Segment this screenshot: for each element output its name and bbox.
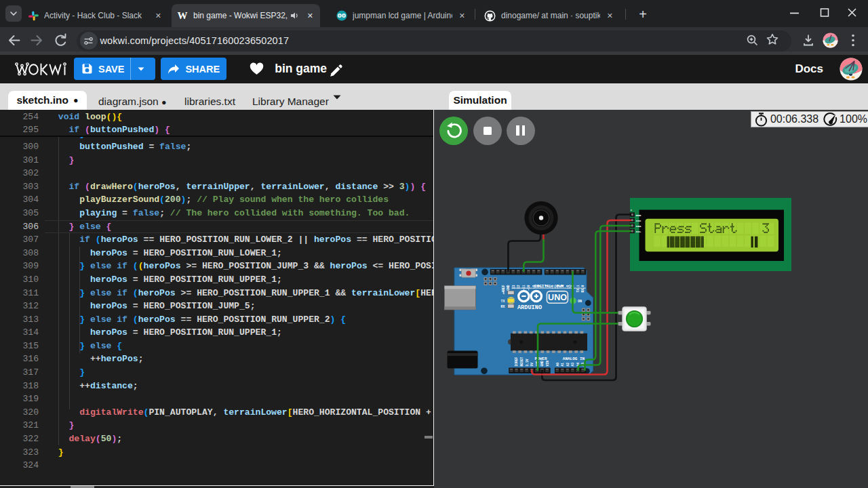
svg-text:3.3V: 3.3V [526, 359, 529, 366]
svg-text:GND: GND [540, 361, 544, 367]
svg-text:~3: ~3 [566, 285, 570, 289]
svg-text:13: 13 [512, 285, 515, 289]
svg-text:A0: A0 [556, 363, 559, 367]
svg-text:UNO: UNO [548, 293, 567, 302]
svg-text:SDA: SDA [636, 224, 642, 228]
svg-text:A1: A1 [561, 363, 564, 367]
svg-text:7: 7 [545, 285, 549, 287]
svg-text:RX: RX [500, 305, 505, 309]
svg-text:~6: ~6 [551, 285, 554, 289]
svg-text:GND: GND [636, 214, 642, 217]
svg-text:AREF: AREF [502, 285, 505, 292]
svg-text:SCL: SCL [636, 230, 642, 233]
svg-text:IOREF: IOREF [515, 357, 518, 366]
svg-text:POWER: POWER [534, 357, 547, 361]
svg-text:~10: ~10 [527, 285, 530, 291]
svg-text:8: 8 [537, 285, 540, 287]
svg-text:ARDUINO: ARDUINO [517, 304, 542, 311]
svg-text:W: W [178, 10, 188, 21]
svg-text:A3: A3 [571, 363, 574, 367]
svg-text:4: 4 [561, 285, 564, 287]
svg-text:VCC: VCC [636, 219, 642, 222]
svg-text:12: 12 [517, 285, 520, 289]
svg-text:~11: ~11 [522, 285, 526, 291]
svg-text:1: 1 [631, 207, 633, 211]
svg-text:~5: ~5 [556, 285, 559, 289]
svg-text:ANALOG IN: ANALOG IN [563, 357, 585, 361]
svg-text:TX→1: TX→1 [576, 285, 580, 292]
svg-text:RESET: RESET [520, 357, 524, 366]
svg-text:~9: ~9 [532, 285, 536, 289]
svg-text:A2: A2 [566, 363, 570, 367]
svg-text:VIN: VIN [546, 361, 549, 367]
svg-text:5V: 5V [530, 363, 534, 367]
svg-text:ON: ON [578, 300, 582, 304]
svg-text:TX: TX [500, 300, 505, 304]
svg-text:RX←0: RX←0 [581, 285, 585, 292]
svg-text:GND: GND [507, 285, 510, 291]
